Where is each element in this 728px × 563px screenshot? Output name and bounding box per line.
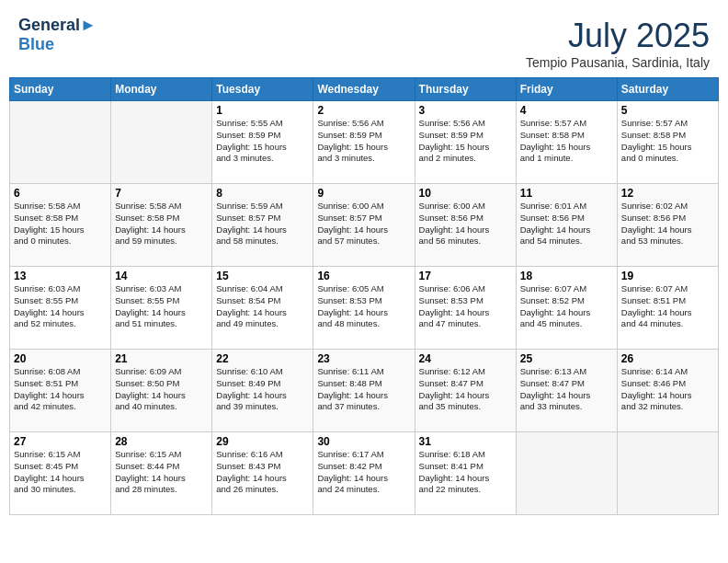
- day-number: 27: [14, 435, 107, 448]
- column-header-thursday: Thursday: [415, 78, 516, 101]
- day-number: 20: [14, 352, 107, 365]
- day-info: Sunrise: 5:58 AM Sunset: 8:58 PM Dayligh…: [115, 201, 208, 247]
- logo-text: General►: [18, 17, 97, 35]
- calendar-cell: 31Sunrise: 6:18 AM Sunset: 8:41 PM Dayli…: [415, 432, 516, 515]
- day-number: 12: [621, 187, 714, 200]
- day-info: Sunrise: 6:15 AM Sunset: 8:45 PM Dayligh…: [14, 449, 107, 496]
- day-info: Sunrise: 6:15 AM Sunset: 8:44 PM Dayligh…: [115, 449, 208, 496]
- calendar-week-row: 1Sunrise: 5:55 AM Sunset: 8:59 PM Daylig…: [10, 101, 719, 184]
- column-header-sunday: Sunday: [10, 78, 111, 101]
- day-info: Sunrise: 6:13 AM Sunset: 8:47 PM Dayligh…: [520, 366, 613, 413]
- day-info: Sunrise: 6:03 AM Sunset: 8:55 PM Dayligh…: [14, 283, 107, 330]
- day-info: Sunrise: 6:09 AM Sunset: 8:50 PM Dayligh…: [115, 366, 208, 413]
- logo-subtext: Blue: [18, 35, 97, 54]
- calendar-cell: 14Sunrise: 6:03 AM Sunset: 8:55 PM Dayli…: [111, 267, 212, 350]
- day-number: 7: [115, 187, 208, 200]
- day-number: 24: [419, 352, 512, 365]
- day-info: Sunrise: 6:00 AM Sunset: 8:56 PM Dayligh…: [419, 201, 512, 247]
- column-header-wednesday: Wednesday: [313, 78, 415, 101]
- day-info: Sunrise: 5:55 AM Sunset: 8:59 PM Dayligh…: [216, 118, 309, 165]
- day-number: 9: [317, 187, 410, 200]
- calendar-week-row: 20Sunrise: 6:08 AM Sunset: 8:51 PM Dayli…: [10, 350, 719, 432]
- day-number: 22: [216, 352, 309, 365]
- location-subtitle: Tempio Pausania, Sardinia, Italy: [526, 55, 710, 70]
- day-info: Sunrise: 6:18 AM Sunset: 8:41 PM Dayligh…: [419, 449, 512, 496]
- calendar-cell: 9Sunrise: 6:00 AM Sunset: 8:57 PM Daylig…: [313, 184, 415, 267]
- day-number: 5: [621, 104, 714, 117]
- day-number: 2: [317, 104, 410, 117]
- calendar-cell: [617, 432, 718, 515]
- day-info: Sunrise: 5:57 AM Sunset: 8:58 PM Dayligh…: [621, 118, 714, 165]
- day-info: Sunrise: 5:59 AM Sunset: 8:57 PM Dayligh…: [216, 201, 309, 247]
- calendar-cell: 13Sunrise: 6:03 AM Sunset: 8:55 PM Dayli…: [10, 267, 111, 350]
- column-header-friday: Friday: [516, 78, 617, 101]
- day-info: Sunrise: 6:06 AM Sunset: 8:53 PM Dayligh…: [419, 283, 512, 330]
- calendar-cell: 17Sunrise: 6:06 AM Sunset: 8:53 PM Dayli…: [415, 267, 516, 350]
- calendar-cell: 27Sunrise: 6:15 AM Sunset: 8:45 PM Dayli…: [10, 432, 111, 515]
- calendar-cell: 1Sunrise: 5:55 AM Sunset: 8:59 PM Daylig…: [212, 101, 313, 184]
- day-info: Sunrise: 6:01 AM Sunset: 8:56 PM Dayligh…: [520, 201, 613, 247]
- calendar-cell: 23Sunrise: 6:11 AM Sunset: 8:48 PM Dayli…: [313, 350, 415, 432]
- calendar-cell: 2Sunrise: 5:56 AM Sunset: 8:59 PM Daylig…: [313, 101, 415, 184]
- day-info: Sunrise: 6:11 AM Sunset: 8:48 PM Dayligh…: [317, 366, 410, 413]
- day-number: 28: [115, 435, 208, 448]
- day-info: Sunrise: 6:07 AM Sunset: 8:51 PM Dayligh…: [621, 283, 714, 330]
- column-header-saturday: Saturday: [617, 78, 718, 101]
- day-number: 25: [520, 352, 613, 365]
- day-number: 30: [317, 435, 410, 448]
- day-number: 10: [419, 187, 512, 200]
- day-info: Sunrise: 6:08 AM Sunset: 8:51 PM Dayligh…: [14, 366, 107, 413]
- calendar-cell: 3Sunrise: 5:56 AM Sunset: 8:59 PM Daylig…: [415, 101, 516, 184]
- title-section: July 2025 Tempio Pausania, Sardinia, Ita…: [526, 17, 710, 70]
- day-info: Sunrise: 6:05 AM Sunset: 8:53 PM Dayligh…: [317, 283, 410, 330]
- day-number: 16: [317, 270, 410, 282]
- calendar-header-row: SundayMondayTuesdayWednesdayThursdayFrid…: [10, 78, 719, 101]
- day-number: 19: [621, 270, 714, 282]
- day-info: Sunrise: 6:16 AM Sunset: 8:43 PM Dayligh…: [216, 449, 309, 496]
- day-number: 26: [621, 352, 714, 365]
- day-number: 4: [520, 104, 613, 117]
- day-number: 23: [317, 352, 410, 365]
- calendar-cell: 29Sunrise: 6:16 AM Sunset: 8:43 PM Dayli…: [212, 432, 313, 515]
- day-info: Sunrise: 5:56 AM Sunset: 8:59 PM Dayligh…: [419, 118, 512, 165]
- day-number: 31: [419, 435, 512, 448]
- month-year-title: July 2025: [526, 17, 710, 55]
- calendar-cell: 30Sunrise: 6:17 AM Sunset: 8:42 PM Dayli…: [313, 432, 415, 515]
- day-number: 13: [14, 270, 107, 282]
- calendar-cell: 6Sunrise: 5:58 AM Sunset: 8:58 PM Daylig…: [10, 184, 111, 267]
- calendar-cell: 7Sunrise: 5:58 AM Sunset: 8:58 PM Daylig…: [111, 184, 212, 267]
- calendar-cell: 18Sunrise: 6:07 AM Sunset: 8:52 PM Dayli…: [516, 267, 617, 350]
- day-info: Sunrise: 6:17 AM Sunset: 8:42 PM Dayligh…: [317, 449, 410, 496]
- calendar-cell: 4Sunrise: 5:57 AM Sunset: 8:58 PM Daylig…: [516, 101, 617, 184]
- day-info: Sunrise: 6:03 AM Sunset: 8:55 PM Dayligh…: [115, 283, 208, 330]
- day-number: 15: [216, 270, 309, 282]
- day-number: 17: [419, 270, 512, 282]
- day-info: Sunrise: 5:56 AM Sunset: 8:59 PM Dayligh…: [317, 118, 410, 165]
- day-info: Sunrise: 6:07 AM Sunset: 8:52 PM Dayligh…: [520, 283, 613, 330]
- logo: General► Blue: [18, 17, 97, 54]
- day-number: 3: [419, 104, 512, 117]
- day-number: 29: [216, 435, 309, 448]
- day-number: 8: [216, 187, 309, 200]
- calendar-cell: 12Sunrise: 6:02 AM Sunset: 8:56 PM Dayli…: [617, 184, 718, 267]
- calendar-cell: [10, 101, 111, 184]
- day-info: Sunrise: 6:00 AM Sunset: 8:57 PM Dayligh…: [317, 201, 410, 247]
- calendar-week-row: 13Sunrise: 6:03 AM Sunset: 8:55 PM Dayli…: [10, 267, 719, 350]
- calendar-cell: 24Sunrise: 6:12 AM Sunset: 8:47 PM Dayli…: [415, 350, 516, 432]
- day-number: 1: [216, 104, 309, 117]
- day-number: 18: [520, 270, 613, 282]
- day-info: Sunrise: 6:14 AM Sunset: 8:46 PM Dayligh…: [621, 366, 714, 413]
- calendar-cell: 25Sunrise: 6:13 AM Sunset: 8:47 PM Dayli…: [516, 350, 617, 432]
- day-info: Sunrise: 6:04 AM Sunset: 8:54 PM Dayligh…: [216, 283, 309, 330]
- page-header: General► Blue July 2025 Tempio Pausania,…: [9, 9, 719, 74]
- calendar-cell: 5Sunrise: 5:57 AM Sunset: 8:58 PM Daylig…: [617, 101, 718, 184]
- day-number: 11: [520, 187, 613, 200]
- calendar-cell: [516, 432, 617, 515]
- day-info: Sunrise: 6:12 AM Sunset: 8:47 PM Dayligh…: [419, 366, 512, 413]
- calendar-week-row: 6Sunrise: 5:58 AM Sunset: 8:58 PM Daylig…: [10, 184, 719, 267]
- day-number: 14: [115, 270, 208, 282]
- calendar-cell: 11Sunrise: 6:01 AM Sunset: 8:56 PM Dayli…: [516, 184, 617, 267]
- calendar-cell: 22Sunrise: 6:10 AM Sunset: 8:49 PM Dayli…: [212, 350, 313, 432]
- calendar-cell: 19Sunrise: 6:07 AM Sunset: 8:51 PM Dayli…: [617, 267, 718, 350]
- calendar-cell: 26Sunrise: 6:14 AM Sunset: 8:46 PM Dayli…: [617, 350, 718, 432]
